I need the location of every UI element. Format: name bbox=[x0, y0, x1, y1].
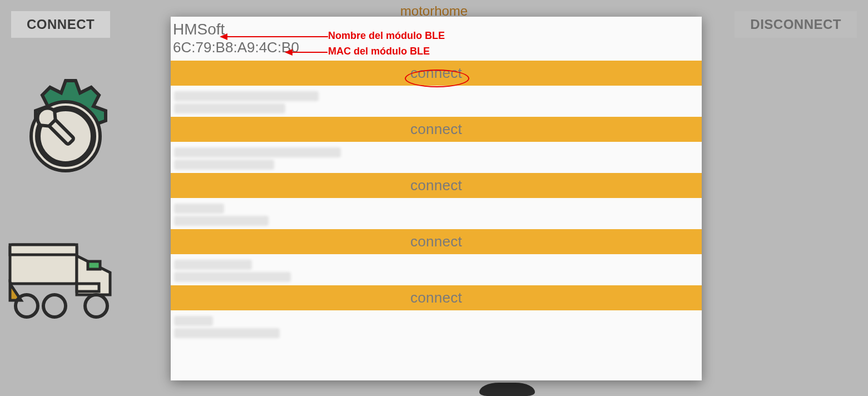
device-name-blurred bbox=[174, 316, 213, 326]
device-name-blurred bbox=[174, 204, 224, 214]
svg-point-9 bbox=[16, 295, 38, 317]
svg-rect-6 bbox=[88, 261, 100, 269]
device-name-blurred bbox=[174, 260, 252, 270]
motorhome-icon[interactable] bbox=[4, 234, 116, 323]
device-mac-blurred bbox=[174, 103, 285, 113]
device-mac-blurred bbox=[174, 272, 291, 282]
disconnect-button[interactable]: DISCONNECT bbox=[735, 11, 857, 38]
device-connect-button[interactable]: connect bbox=[171, 61, 702, 86]
device-mac-blurred bbox=[174, 328, 280, 338]
svg-point-10 bbox=[43, 295, 66, 317]
content-shadow bbox=[479, 383, 535, 396]
svg-rect-4 bbox=[10, 245, 77, 255]
device-row bbox=[171, 86, 702, 117]
device-row bbox=[171, 198, 702, 229]
gear-wrench-icon[interactable] bbox=[4, 67, 127, 189]
svg-rect-8 bbox=[77, 284, 99, 291]
connect-button[interactable]: CONNECT bbox=[11, 11, 110, 38]
device-row bbox=[171, 142, 702, 173]
device-mac-label: 6C:79:B8:A9:4C:B0 bbox=[171, 39, 702, 61]
svg-point-11 bbox=[85, 295, 107, 317]
device-row bbox=[171, 254, 702, 285]
device-row bbox=[171, 310, 702, 341]
device-list-dialog: HMSoft 6C:79:B8:A9:4C:B0 connect connect… bbox=[171, 17, 702, 380]
device-connect-button[interactable]: connect bbox=[171, 117, 702, 142]
device-name-blurred bbox=[174, 91, 319, 101]
annotation-mac-label: MAC del módulo BLE bbox=[328, 46, 430, 57]
device-connect-button[interactable]: connect bbox=[171, 285, 702, 310]
device-name-blurred bbox=[174, 147, 341, 157]
device-mac-blurred bbox=[174, 216, 269, 226]
device-connect-button[interactable]: connect bbox=[171, 173, 702, 198]
device-connect-button[interactable]: connect bbox=[171, 229, 702, 254]
device-mac-blurred bbox=[174, 160, 274, 170]
annotation-name-label: Nombre del módulo BLE bbox=[328, 30, 445, 42]
